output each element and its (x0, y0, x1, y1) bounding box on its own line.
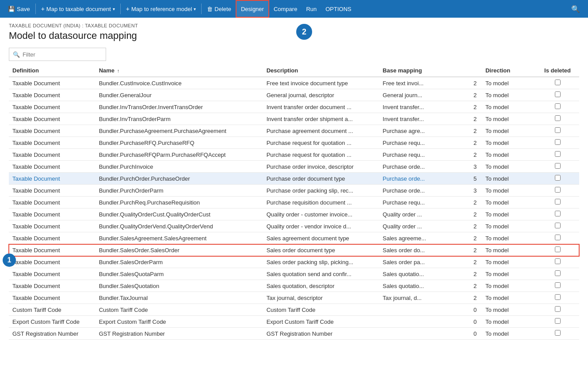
table-row[interactable]: Taxable DocumentBundler.InvTransOrder.In… (9, 101, 579, 113)
table-row[interactable]: Taxable DocumentBundler.SalesQuotaParmSa… (9, 268, 579, 280)
cell-name[interactable]: Bundler.PurchOrderParm (95, 185, 263, 197)
cell-is-deleted[interactable] (536, 280, 579, 292)
table-row[interactable]: Taxable DocumentBundler.SalesQuotationSa… (9, 280, 579, 292)
is-deleted-checkbox[interactable] (555, 199, 561, 205)
is-deleted-checkbox[interactable] (555, 270, 561, 276)
is-deleted-checkbox[interactable] (555, 235, 561, 240)
cell-name[interactable]: Bundler.SalesQuotation (95, 280, 263, 292)
is-deleted-checkbox[interactable] (555, 139, 561, 145)
table-row[interactable]: Taxable DocumentBundler.PurchaseAgreemen… (9, 125, 579, 137)
cell-is-deleted[interactable] (536, 316, 579, 328)
table-row[interactable]: Taxable DocumentBundler.TaxJournalTax jo… (9, 292, 579, 304)
cell-name[interactable]: Bundler.PurchInvoice (95, 161, 263, 173)
cell-is-deleted[interactable] (536, 89, 579, 101)
cell-is-deleted[interactable] (536, 149, 579, 161)
is-deleted-checkbox[interactable] (555, 91, 561, 97)
cell-is-deleted[interactable] (536, 101, 579, 113)
cell-is-deleted[interactable] (536, 256, 579, 268)
cell-base-mapping[interactable]: Purchase orde... (379, 173, 469, 185)
cell-name[interactable]: Custom Tariff Code (95, 304, 263, 316)
cell-is-deleted[interactable] (536, 125, 579, 137)
compare-button[interactable]: Compare (269, 0, 302, 18)
cell-is-deleted[interactable] (536, 244, 579, 256)
designer-button[interactable]: Designer (236, 0, 269, 18)
filter-input[interactable] (23, 51, 102, 58)
cell-name[interactable]: Bundler.SalesOrder.SalesOrder (95, 244, 263, 256)
is-deleted-checkbox[interactable] (555, 175, 561, 181)
cell-name[interactable]: Bundler.QualityOrderCust.QualityOrderCus… (95, 208, 263, 220)
table-row[interactable]: Taxable DocumentBundler.SalesOrder.Sales… (9, 244, 579, 256)
cell-is-deleted[interactable] (536, 173, 579, 185)
table-row[interactable]: Custom Tariff CodeCustom Tariff CodeCust… (9, 304, 579, 316)
table-row[interactable]: Taxable DocumentBundler.GeneralJourGener… (9, 89, 579, 101)
table-row[interactable]: Taxable DocumentBundler.QualityOrderCust… (9, 208, 579, 220)
is-deleted-checkbox[interactable] (555, 306, 561, 312)
is-deleted-checkbox[interactable] (555, 163, 561, 169)
is-deleted-checkbox[interactable] (555, 115, 561, 121)
run-button[interactable]: Run (302, 0, 321, 18)
table-row[interactable]: Taxable DocumentBundler.InvTransOrderPar… (9, 113, 579, 125)
options-button[interactable]: OPTIONS (321, 0, 356, 18)
cell-name[interactable]: Bundler.PurchaseRFQ.PurchaseRFQ (95, 137, 263, 149)
map-taxable-button[interactable]: + Map to taxable document ▾ (37, 0, 119, 18)
cell-name[interactable]: Bundler.QualityOrderVend.QualityOrderVen… (95, 220, 263, 232)
cell-name[interactable]: Bundler.PurchaseAgreement.PurchaseAgreem… (95, 125, 263, 137)
cell-name[interactable]: Bundler.SalesOrderParm (95, 256, 263, 268)
is-deleted-checkbox[interactable] (555, 103, 561, 109)
cell-is-deleted[interactable] (536, 137, 579, 149)
is-deleted-checkbox[interactable] (555, 223, 561, 228)
cell-is-deleted[interactable] (536, 161, 579, 173)
save-button[interactable]: 💾 Save (4, 0, 34, 18)
table-row[interactable]: Taxable DocumentBundler.SalesOrderParmSa… (9, 256, 579, 268)
table-row[interactable]: Taxable DocumentBundler.PurchOrder.Purch… (9, 173, 579, 185)
is-deleted-checkbox[interactable] (555, 151, 561, 157)
cell-name[interactable]: Bundler.SalesAgreement.SalesAgreement (95, 232, 263, 244)
cell-name[interactable]: Bundler.SalesQuotaParm (95, 268, 263, 280)
table-row[interactable]: Taxable DocumentBundler.QualityOrderVend… (9, 220, 579, 232)
is-deleted-checkbox[interactable] (555, 258, 561, 264)
is-deleted-checkbox[interactable] (555, 80, 561, 85)
cell-name[interactable]: GST Registration Number (95, 328, 263, 340)
is-deleted-checkbox[interactable] (555, 246, 561, 252)
is-deleted-checkbox[interactable] (555, 318, 561, 324)
table-row[interactable]: Export Custom Tariff CodeExport Custom T… (9, 316, 579, 328)
cell-name[interactable]: Bundler.TaxJournal (95, 292, 263, 304)
table-row[interactable]: GST Registration NumberGST Registration … (9, 328, 579, 340)
table-row[interactable]: Taxable DocumentBundler.PurchaseRFQParm.… (9, 149, 579, 161)
is-deleted-checkbox[interactable] (555, 330, 561, 336)
cell-is-deleted[interactable] (536, 113, 579, 125)
table-row[interactable]: Taxable DocumentBundler.PurchInvoicePurc… (9, 161, 579, 173)
cell-name[interactable]: Bundler.CustInvoice.CustInvoice (95, 77, 263, 89)
col-header-name[interactable]: Name ↑ (95, 64, 263, 77)
is-deleted-checkbox[interactable] (555, 294, 561, 300)
is-deleted-checkbox[interactable] (555, 187, 561, 193)
cell-is-deleted[interactable] (536, 77, 579, 89)
table-row[interactable]: Taxable DocumentBundler.PurchReq.Purchas… (9, 197, 579, 208)
table-row[interactable]: Taxable DocumentBundler.PurchaseRFQ.Purc… (9, 137, 579, 149)
cell-name[interactable]: Bundler.PurchOrder.PurchaseOrder (95, 173, 263, 185)
cell-is-deleted[interactable] (536, 232, 579, 244)
cell-is-deleted[interactable] (536, 268, 579, 280)
table-row[interactable]: Taxable DocumentBundler.CustInvoice.Cust… (9, 77, 579, 89)
search-toolbar-button[interactable]: 🔍 (567, 0, 584, 18)
cell-name[interactable]: Bundler.PurchaseRFQParm.PurchaseRFQAccep… (95, 149, 263, 161)
table-row[interactable]: Taxable DocumentBundler.SalesAgreement.S… (9, 232, 579, 244)
cell-is-deleted[interactable] (536, 220, 579, 232)
cell-name[interactable]: Bundler.InvTransOrder.InventTransOrder (95, 101, 263, 113)
is-deleted-checkbox[interactable] (555, 211, 561, 216)
cell-name[interactable]: Bundler.GeneralJour (95, 89, 263, 101)
cell-is-deleted[interactable] (536, 304, 579, 316)
cell-is-deleted[interactable] (536, 185, 579, 197)
cell-is-deleted[interactable] (536, 208, 579, 220)
table-row[interactable]: Taxable DocumentBundler.PurchOrderParmPu… (9, 185, 579, 197)
cell-is-deleted[interactable] (536, 197, 579, 208)
cell-is-deleted[interactable] (536, 328, 579, 340)
cell-name[interactable]: Bundler.InvTransOrderParm (95, 113, 263, 125)
cell-name[interactable]: Bundler.PurchReq.PurchaseRequisition (95, 197, 263, 208)
is-deleted-checkbox[interactable] (555, 282, 561, 288)
cell-name[interactable]: Export Custom Tariff Code (95, 316, 263, 328)
cell-is-deleted[interactable] (536, 292, 579, 304)
is-deleted-checkbox[interactable] (555, 127, 561, 133)
map-reference-button[interactable]: + Map to reference model ▾ (122, 0, 200, 18)
delete-button[interactable]: 🗑 Delete (202, 0, 236, 18)
